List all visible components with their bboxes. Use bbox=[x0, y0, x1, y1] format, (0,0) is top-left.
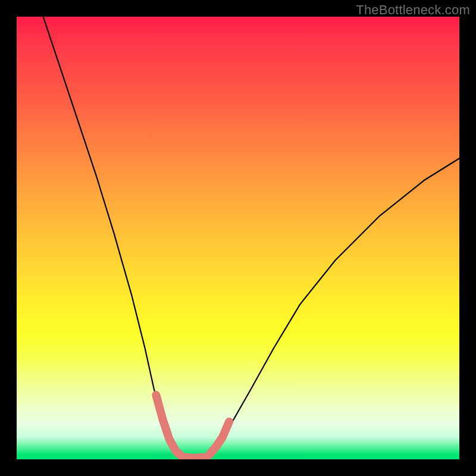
highlight-segment-0 bbox=[156, 395, 181, 456]
highlight-segment-1 bbox=[183, 457, 205, 458]
highlight-segment-2 bbox=[209, 422, 230, 455]
chart-frame: TheBottleneck.com bbox=[0, 0, 476, 476]
plot-area bbox=[17, 17, 459, 459]
watermark-text: TheBottleneck.com bbox=[356, 2, 470, 18]
highlight-group bbox=[156, 395, 229, 458]
curve-main bbox=[43, 17, 459, 458]
chart-svg bbox=[17, 17, 459, 459]
